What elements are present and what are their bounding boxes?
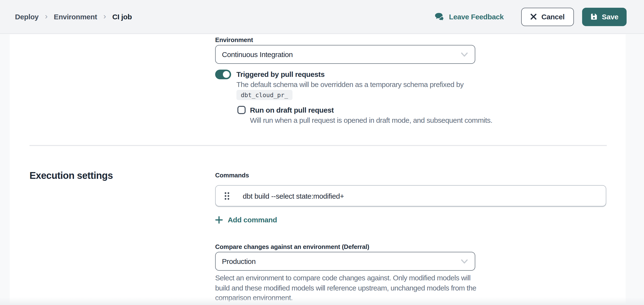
toggle-knob: [223, 71, 230, 78]
chevron-down-icon: [461, 259, 468, 264]
leave-feedback-button[interactable]: Leave Feedback: [434, 12, 504, 21]
save-disk-icon: [590, 13, 598, 20]
breadcrumb-environment[interactable]: Environment: [54, 12, 97, 21]
deferral-select-value: Production: [222, 257, 461, 265]
leave-feedback-label: Leave Feedback: [449, 12, 504, 21]
ci-job-settings-page: Deploy › Environment › CI job Leave Feed…: [0, 0, 644, 305]
commands-field-label: Commands: [215, 172, 249, 179]
add-command-button[interactable]: Add command: [215, 216, 277, 224]
deferral-select[interactable]: Production: [215, 252, 475, 271]
environment-select-value: Continuous Integration: [222, 50, 461, 58]
cancel-button[interactable]: Cancel: [521, 8, 574, 26]
environment-select[interactable]: Continuous Integration: [215, 45, 475, 64]
breadcrumb-ci-job: CI job: [112, 12, 132, 21]
environment-field-label: Environment: [215, 36, 253, 44]
close-icon: [530, 14, 537, 20]
run-on-draft-pr-checkbox[interactable]: [238, 106, 246, 114]
run-on-draft-pr-label: Run on draft pull request: [250, 106, 334, 114]
schema-prefix-code: dbt_cloud_pr_: [236, 90, 292, 100]
triggered-by-pr-description: The default schema will be overridden as…: [236, 80, 464, 88]
top-header-bar: Deploy › Environment › CI job Leave Feed…: [0, 0, 644, 34]
triggered-by-pr-label: Triggered by pull requests: [236, 70, 325, 78]
command-input[interactable]: dbt build --select state:modified+: [243, 192, 599, 200]
plus-icon: [215, 216, 223, 224]
breadcrumb: Deploy › Environment › CI job: [15, 12, 132, 21]
run-on-draft-pr-description: Will run when a pull request is opened i…: [250, 116, 492, 124]
save-label: Save: [602, 12, 618, 21]
chevron-right-icon: ›: [104, 12, 106, 21]
breadcrumb-deploy[interactable]: Deploy: [15, 12, 39, 21]
chat-bubbles-icon: [434, 12, 444, 21]
add-command-label: Add command: [228, 216, 277, 224]
schema-prefix-chip-wrap: dbt_cloud_pr_: [236, 90, 292, 100]
chevron-down-icon: [461, 52, 468, 57]
command-row: dbt build --select state:modified+: [215, 185, 606, 206]
chevron-right-icon: ›: [45, 12, 48, 21]
cancel-label: Cancel: [542, 12, 565, 21]
drag-handle-icon[interactable]: [223, 190, 230, 202]
triggered-by-pr-toggle[interactable]: [215, 70, 231, 79]
deferral-field-label: Compare changes against an environment (…: [215, 243, 370, 250]
save-button[interactable]: Save: [582, 8, 626, 26]
bottom-scroll-fade: [0, 297, 644, 305]
execution-settings-title: Execution settings: [30, 170, 113, 181]
section-divider: [30, 145, 607, 146]
